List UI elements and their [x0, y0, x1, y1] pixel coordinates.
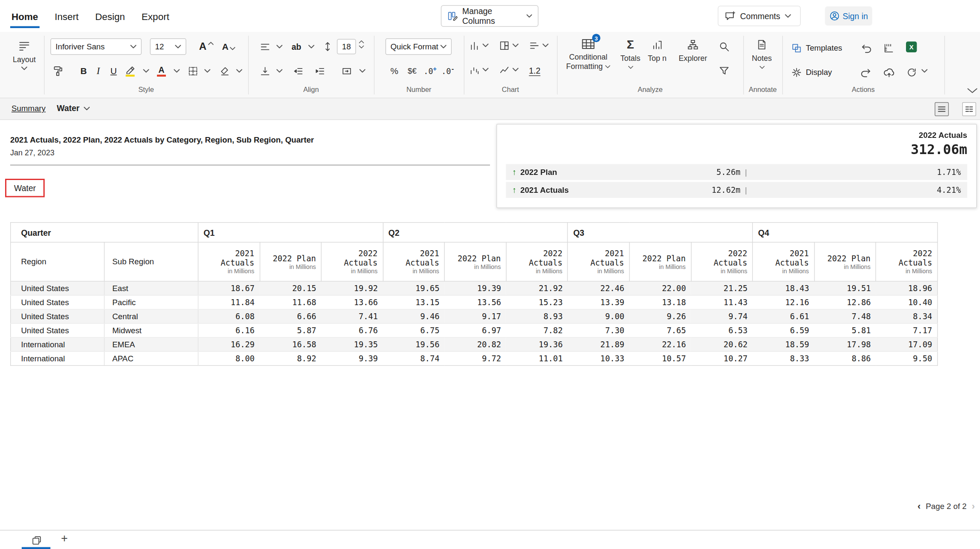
value-cell[interactable]: 8.92: [260, 352, 322, 366]
currency-format-button[interactable]: $€: [405, 63, 420, 79]
previous-page-chevron[interactable]: ‹: [917, 503, 921, 510]
value-cell[interactable]: 8.00: [198, 352, 260, 366]
underline-button[interactable]: U: [108, 63, 119, 79]
value-cell[interactable]: 21.25: [691, 281, 753, 295]
chevron-down-icon[interactable]: [174, 69, 180, 73]
col-2021-actuals[interactable]: 2021 Actualsin Millions: [568, 242, 630, 281]
subregion-cell[interactable]: EMEA: [104, 337, 198, 352]
value-cell[interactable]: 21.92: [506, 281, 568, 295]
value-cell[interactable]: 7.82: [506, 323, 568, 337]
col-2021-actuals[interactable]: 2021 Actualsin Millions: [383, 242, 444, 281]
region-cell[interactable]: International: [11, 337, 105, 352]
grow-font-button[interactable]: A: [199, 38, 214, 55]
wrap-text-button[interactable]: ab: [292, 38, 302, 55]
value-cell[interactable]: 8.93: [506, 309, 568, 323]
value-cell[interactable]: 19.36: [506, 337, 568, 352]
region-cell[interactable]: United States: [11, 323, 105, 337]
chevron-down-icon[interactable]: [513, 43, 519, 47]
chevron-down-icon[interactable]: [276, 45, 283, 49]
value-cell[interactable]: 5.81: [814, 323, 876, 337]
value-cell[interactable]: 9.26: [630, 309, 691, 323]
value-cell[interactable]: 18.59: [753, 337, 815, 352]
merge-cells-button[interactable]: [342, 63, 353, 79]
subregion-cell[interactable]: Pacific: [104, 295, 198, 309]
col-2022-actuals[interactable]: 2022 Actualsin Millions: [321, 242, 383, 281]
value-cell[interactable]: 6.66: [260, 309, 322, 323]
borders-button[interactable]: [188, 63, 199, 79]
value-cell[interactable]: 21.89: [568, 337, 630, 352]
font-family-select[interactable]: Inforiver Sans: [51, 38, 142, 55]
value-cell[interactable]: 12.16: [753, 295, 815, 309]
quarter-label[interactable]: Quarter: [11, 223, 198, 243]
next-page-chevron[interactable]: ›: [972, 503, 975, 510]
col-2022-actuals[interactable]: 2022 Actualsin Millions: [691, 242, 753, 281]
value-cell[interactable]: 7.48: [814, 309, 876, 323]
value-cell[interactable]: 8.33: [753, 352, 815, 366]
value-cell[interactable]: 19.92: [321, 281, 383, 295]
value-cell[interactable]: 6.16: [198, 323, 260, 337]
value-cell[interactable]: 8.86: [814, 352, 876, 366]
publish-button[interactable]: [883, 64, 895, 80]
value-cell[interactable]: 12.86: [814, 295, 876, 309]
tab-export[interactable]: Export: [142, 2, 169, 31]
region-cell[interactable]: United States: [11, 295, 105, 309]
layout-button[interactable]: Layout: [9, 36, 40, 89]
subregion-cell[interactable]: Central: [104, 309, 198, 323]
quick-format-select[interactable]: Quick Format: [385, 38, 452, 55]
value-cell[interactable]: 9.46: [383, 309, 444, 323]
shrink-font-button[interactable]: A: [222, 38, 236, 55]
decrease-indent-button[interactable]: [293, 63, 304, 79]
value-cell[interactable]: 9.17: [444, 309, 506, 323]
format-painter-button[interactable]: [52, 63, 64, 79]
row-height-input[interactable]: 18: [337, 39, 356, 54]
value-cell[interactable]: 18.96: [876, 281, 937, 295]
region-header[interactable]: Region: [11, 242, 105, 281]
table-view-toggle[interactable]: [935, 102, 949, 116]
value-cell[interactable]: 17.09: [876, 337, 937, 352]
search-button[interactable]: [718, 38, 730, 55]
col-2021-actuals[interactable]: 2021 Actualsin Millions: [198, 242, 260, 281]
value-cell[interactable]: 13.56: [444, 295, 506, 309]
filter-button[interactable]: [718, 63, 730, 79]
region-cell[interactable]: United States: [11, 309, 105, 323]
explorer-button[interactable]: Explorer: [672, 36, 713, 91]
value-cell[interactable]: 19.56: [383, 337, 444, 352]
undo-button[interactable]: [860, 40, 872, 56]
chevron-down-icon[interactable]: [482, 43, 489, 47]
value-cell[interactable]: 19.35: [321, 337, 383, 352]
tab-design[interactable]: Design: [95, 2, 125, 31]
value-cell[interactable]: 7.41: [321, 309, 383, 323]
value-cell[interactable]: 6.97: [444, 323, 506, 337]
value-cell[interactable]: 19.65: [383, 281, 444, 295]
value-cell[interactable]: 22.16: [630, 337, 691, 352]
quarter-q3[interactable]: Q3: [568, 223, 753, 243]
value-cell[interactable]: 11.01: [506, 352, 568, 366]
col-2022-actuals[interactable]: 2022 Actualsin Millions: [506, 242, 568, 281]
value-cell[interactable]: 11.68: [260, 295, 322, 309]
value-cell[interactable]: 7.30: [568, 323, 630, 337]
col-2022-plan[interactable]: 2022 Planin Millions: [444, 242, 506, 281]
chevron-down-icon[interactable]: [921, 69, 928, 73]
value-cell[interactable]: 10.40: [876, 295, 937, 309]
subregion-cell[interactable]: Midwest: [104, 323, 198, 337]
comments-button[interactable]: Comments: [718, 6, 801, 26]
value-cell[interactable]: 5.87: [260, 323, 322, 337]
horizontal-align-button[interactable]: [260, 38, 271, 55]
treemap-chart-button[interactable]: [499, 37, 510, 54]
chevron-down-icon[interactable]: [204, 69, 211, 73]
value-cell[interactable]: 7.17: [876, 323, 937, 337]
value-cell[interactable]: 7.65: [630, 323, 691, 337]
value-cell[interactable]: 11.43: [691, 295, 753, 309]
value-cell[interactable]: 9.74: [691, 309, 753, 323]
chevron-down-icon[interactable]: [359, 69, 366, 73]
display-button[interactable]: Display: [791, 64, 832, 80]
collapse-ribbon-button[interactable]: [967, 88, 977, 93]
sign-in-button[interactable]: Sign in: [825, 6, 872, 26]
value-cell[interactable]: 13.15: [383, 295, 444, 309]
value-cell[interactable]: 20.15: [260, 281, 322, 295]
quarter-q4[interactable]: Q4: [753, 223, 938, 243]
col-2022-plan[interactable]: 2022 Planin Millions: [814, 242, 876, 281]
chevron-down-icon[interactable]: [276, 69, 283, 73]
sheet-tab-water-active[interactable]: Water: [57, 103, 90, 113]
value-cell[interactable]: 9.50: [876, 352, 937, 366]
